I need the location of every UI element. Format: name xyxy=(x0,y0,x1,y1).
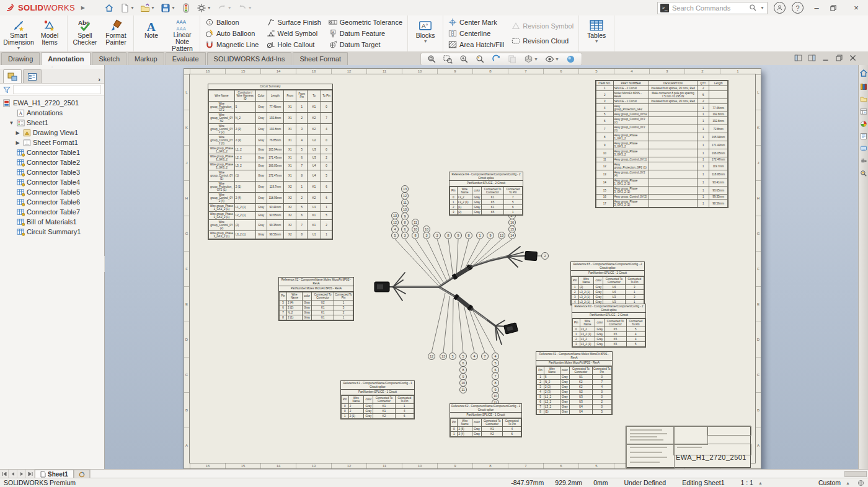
connector-table-5[interactable]: Reference:X1 - ComponentName:Molex Micro… xyxy=(536,351,613,415)
balloon-button[interactable]: 1Balloon xyxy=(202,17,262,27)
balloon[interactable] xyxy=(509,226,516,233)
balloon[interactable] xyxy=(402,206,409,213)
connector-lower-right[interactable] xyxy=(504,323,518,334)
revision-symbol-button[interactable]: Revision Symbol xyxy=(508,20,577,31)
title-block[interactable]: EWA_H1_2720_2501 xyxy=(626,426,751,468)
zoom-to-selection-button[interactable] xyxy=(474,53,487,66)
view-settings-button[interactable]: ▼ xyxy=(522,53,540,66)
balloon[interactable] xyxy=(402,232,409,239)
smart-dimension-button[interactable]: Smart Dimension▼ xyxy=(3,16,34,51)
spell-checker-button[interactable]: AbcSpell Checker xyxy=(69,16,100,51)
balloon[interactable] xyxy=(402,200,409,206)
search-icon[interactable] xyxy=(749,4,757,12)
tab-drawing[interactable]: Drawing xyxy=(1,52,40,65)
taskpane-forum-icon[interactable] xyxy=(860,145,867,152)
save-button[interactable]: ▼ xyxy=(159,2,177,14)
help-icon[interactable]: ? xyxy=(792,2,804,14)
surface-finish-button[interactable]: Surface Finish xyxy=(264,17,324,27)
balloon[interactable] xyxy=(460,374,467,380)
balloon[interactable] xyxy=(492,393,499,400)
linear-note-pattern-button[interactable]: AAAAAALinear Note Pattern▼ xyxy=(167,16,198,51)
connector-table-1[interactable]: Reference:K4 - ComponentName/ComponentCo… xyxy=(449,172,523,216)
connector-table-4[interactable]: Reference:K3 - ComponentName/ComponentCo… xyxy=(572,304,646,348)
taskpane-plug-in-icon[interactable] xyxy=(860,157,867,165)
tree-item-connector-table4[interactable]: Connector Table4 xyxy=(0,177,104,187)
datum-feature-button[interactable]: ADatum Feature xyxy=(326,29,405,39)
tab-markup[interactable]: Markup xyxy=(128,52,164,65)
balloon[interactable] xyxy=(492,380,499,387)
dropdown-caret-icon[interactable]: ▼ xyxy=(17,46,21,50)
close-window-icon[interactable]: × xyxy=(849,3,863,12)
balloon[interactable] xyxy=(423,226,430,233)
tree-item-connector-table1[interactable]: Connector Table1 xyxy=(0,147,104,157)
taskpane-inspection-icon[interactable] xyxy=(860,170,867,177)
balloon[interactable] xyxy=(492,353,499,360)
taskpane-custom-properties-icon[interactable] xyxy=(860,133,867,140)
connector-table-2[interactable]: Reference:X2 - ComponentName:Molex Micro… xyxy=(278,277,354,321)
home-button[interactable] xyxy=(102,2,116,14)
search-commands-box[interactable]: >_ Search Commands ▼ xyxy=(657,2,768,14)
balloon[interactable] xyxy=(487,232,494,239)
pane-right-button[interactable] xyxy=(808,54,816,62)
blocks-button[interactable]: A°Blocks▼ xyxy=(410,16,441,51)
balloon[interactable] xyxy=(412,219,419,226)
search-scope-icon[interactable]: >_ xyxy=(660,4,669,12)
balloon[interactable] xyxy=(492,360,499,367)
balloon[interactable] xyxy=(402,219,409,226)
geometric-tolerance-button[interactable]: Geometric Tolerance xyxy=(326,17,405,27)
units-caret-icon[interactable]: ▲ xyxy=(846,481,850,485)
balloon[interactable] xyxy=(392,232,399,239)
next-sheet-icon[interactable] xyxy=(17,470,26,478)
zoom-in-out-button[interactable] xyxy=(458,53,471,66)
tree-expander-icon[interactable]: ▶ xyxy=(15,140,20,146)
balloon[interactable] xyxy=(498,232,505,239)
balloon[interactable] xyxy=(412,226,419,233)
balloon[interactable] xyxy=(412,232,419,239)
undo-button[interactable]: ▼ xyxy=(215,2,234,14)
scrollbar-thumb[interactable] xyxy=(844,471,867,477)
tree-item-circuit-summary1[interactable]: Circuit Summary1 xyxy=(0,227,104,237)
datum-target-button[interactable]: Datum Target xyxy=(326,40,405,50)
note-button[interactable]: ANote xyxy=(136,16,167,51)
tab-sheet-format[interactable]: Sheet Format xyxy=(293,52,348,65)
dropdown-caret-icon[interactable]: ▼ xyxy=(248,6,252,10)
connector-upper-right[interactable] xyxy=(525,251,538,260)
close-doc-button[interactable] xyxy=(849,54,857,62)
balloon[interactable] xyxy=(460,387,467,393)
graphics-area[interactable]: 16151413121110987654321 1615141312111098… xyxy=(105,65,859,470)
dropdown-caret-icon[interactable]: ▼ xyxy=(555,57,559,61)
bill-of-materials-table[interactable]: ITEM NO.PART NUMBERDESCRIPTIONQTY.Length… xyxy=(595,80,728,208)
pane-left-button[interactable] xyxy=(794,54,802,62)
balloon[interactable] xyxy=(445,232,452,239)
restore-window-icon[interactable] xyxy=(830,4,843,12)
connector-table-6[interactable]: Reference:K1 - ComponentName/ComponentCo… xyxy=(340,380,415,419)
taskpane-file-explorer-icon[interactable] xyxy=(860,95,867,103)
prev-sheet-icon[interactable] xyxy=(9,470,17,478)
connector-left[interactable] xyxy=(374,282,389,292)
tree-item-sheet1[interactable]: ▼Sheet1 xyxy=(0,118,104,128)
centerline-button[interactable]: Centerline xyxy=(445,29,507,39)
tab-property-manager[interactable] xyxy=(23,69,42,83)
balloon[interactable] xyxy=(392,219,399,226)
dropdown-caret-icon[interactable]: ▼ xyxy=(207,6,211,10)
balloon[interactable] xyxy=(509,219,516,226)
open-button[interactable]: ▼ xyxy=(138,2,157,14)
tree-item-connector-table5[interactable]: Connector Table5 xyxy=(0,187,104,197)
tree-item-connector-table6[interactable]: Connector Table6 xyxy=(0,197,104,207)
center-mark-button[interactable]: Center Mark xyxy=(445,17,507,27)
model-items-button[interactable]: Model Items xyxy=(34,16,65,51)
minimize-window-icon[interactable]: – xyxy=(810,3,823,12)
balloon[interactable] xyxy=(460,367,467,374)
balloon[interactable] xyxy=(402,193,409,200)
balloon[interactable] xyxy=(423,232,430,239)
dropdown-caret-icon[interactable]: ▼ xyxy=(171,6,175,10)
magnetic-line-button[interactable]: Magnetic Line xyxy=(202,40,262,50)
unit-system[interactable]: Custom xyxy=(818,479,841,486)
add-sheet-tab[interactable] xyxy=(74,470,90,478)
format-painter-button[interactable]: Format Painter xyxy=(100,16,131,51)
scale-caret-icon[interactable]: ▲ xyxy=(758,481,763,485)
restore-doc-button[interactable] xyxy=(835,54,843,62)
dropdown-caret-icon[interactable]: ▼ xyxy=(151,6,155,10)
render-view-button[interactable] xyxy=(564,53,577,66)
taskpane-home-icon[interactable] xyxy=(859,68,868,78)
